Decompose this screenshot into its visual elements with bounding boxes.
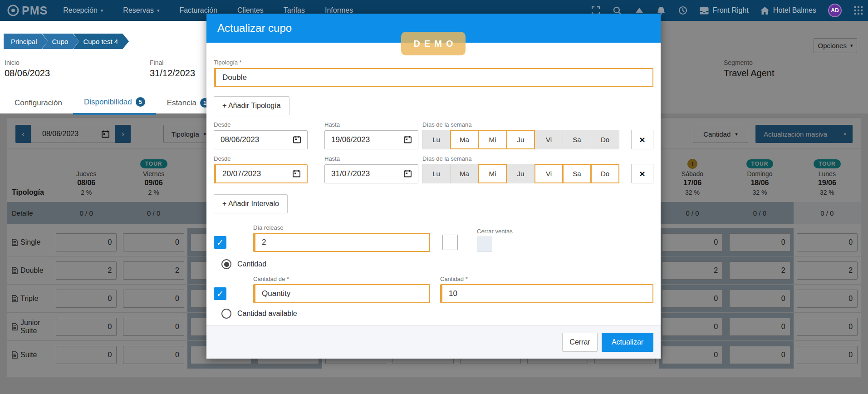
modal-footer: Cerrar Actualizar bbox=[206, 325, 661, 359]
tab-configuración[interactable]: Configuración bbox=[4, 94, 73, 115]
inicio-field: Inicio 08/06/2023 bbox=[5, 59, 50, 79]
tab-bar: ConfiguraciónDisponibilidad5Estancia1 bbox=[4, 94, 221, 115]
unchecked-checkbox[interactable] bbox=[442, 235, 458, 250]
pms-logo-text: PMS bbox=[22, 4, 48, 17]
cerrar-button[interactable]: Cerrar bbox=[562, 333, 598, 352]
hasta-label: Hasta bbox=[324, 155, 418, 162]
dia-release-value: 2 bbox=[262, 238, 266, 247]
cantidad-radio-row[interactable]: Cantidad bbox=[221, 259, 653, 269]
nav-item-reservas[interactable]: Reservas▾ bbox=[123, 6, 159, 15]
tipologia-input-value: Double bbox=[222, 73, 247, 82]
add-intervalo-button[interactable]: + Añadir Intervalo bbox=[214, 194, 288, 213]
tray-icon bbox=[700, 7, 709, 15]
user-avatar[interactable]: AD bbox=[828, 4, 842, 17]
desde-label: Desde bbox=[214, 121, 308, 128]
calendar-icon bbox=[293, 136, 301, 143]
hasta-label: Hasta bbox=[324, 121, 418, 128]
cantidad-de-label: Cantidad de * bbox=[253, 276, 430, 282]
cantidad-input[interactable]: 10 bbox=[440, 284, 653, 303]
weekday-toggle-group: LuMaMiJuViSaDo bbox=[422, 130, 619, 149]
hotel-label: Hotel Balmes bbox=[773, 6, 816, 15]
interval-row: 08/06/202319/06/2023LuMaMiJuViSaDo× bbox=[214, 130, 653, 149]
actualizar-button[interactable]: Actualizar bbox=[602, 333, 653, 352]
actualizar-cupo-modal: Actualizar cupo DEMO Tipología * Double … bbox=[206, 14, 661, 359]
cantidad-radio-label: Cantidad bbox=[237, 260, 266, 268]
desde-date-input[interactable]: 08/06/2023 bbox=[214, 130, 308, 149]
remove-interval-button[interactable]: × bbox=[631, 164, 653, 183]
weekday-toggle-vi[interactable]: Vi bbox=[535, 130, 563, 149]
calendar-icon bbox=[404, 136, 412, 143]
cantidad-row: ✓ Cantidad de * Quantity Cantidad * 10 bbox=[214, 276, 653, 303]
remove-interval-button[interactable]: × bbox=[631, 130, 653, 149]
cantidad-de-field: Cantidad de * Quantity bbox=[253, 276, 430, 303]
cantidad-field: Cantidad * 10 bbox=[440, 276, 653, 303]
breadcrumb-item[interactable]: Principal bbox=[4, 34, 48, 49]
cerrar-ventas-label: Cerrar ventas bbox=[477, 228, 513, 235]
apps-grid-icon[interactable] bbox=[853, 5, 863, 15]
nav-item-recepción[interactable]: Recepción▾ bbox=[63, 6, 103, 15]
weekday-toggle-sa[interactable]: Sa bbox=[563, 164, 591, 183]
cantidad-checkbox[interactable]: ✓ bbox=[214, 287, 226, 300]
workstation-chip[interactable]: Front Right bbox=[700, 6, 749, 15]
dia-release-checkbox[interactable]: ✓ bbox=[214, 236, 226, 249]
history-icon[interactable] bbox=[678, 5, 688, 15]
tab-label: Disponibilidad bbox=[84, 98, 132, 107]
inicio-label: Inicio bbox=[5, 59, 50, 66]
nav-item-label: Recepción bbox=[63, 6, 98, 15]
weekday-toggle-ju[interactable]: Ju bbox=[506, 164, 535, 183]
hasta-date-input[interactable]: 19/06/2023 bbox=[324, 130, 418, 149]
tab-disponibilidad[interactable]: Disponibilidad5 bbox=[73, 94, 156, 115]
inicio-value: 08/06/2023 bbox=[5, 68, 50, 79]
pms-logo-icon bbox=[7, 5, 19, 16]
weekday-toggle-mi[interactable]: Mi bbox=[478, 164, 507, 183]
interval-labels: DesdeHastaDías de la semana bbox=[214, 121, 653, 128]
cerrar-ventas-checkbox[interactable] bbox=[477, 236, 492, 252]
desde-date-input[interactable]: 20/07/2023 bbox=[214, 164, 308, 183]
weekday-toggle-ma[interactable]: Ma bbox=[450, 130, 479, 149]
weekday-toggle-group: LuMaMiJuViSaDo bbox=[422, 164, 619, 183]
cantidad-de-value: Quantity bbox=[262, 289, 290, 298]
cantidad-de-input[interactable]: Quantity bbox=[253, 284, 430, 303]
breadcrumb-item[interactable]: Cupo test 4 bbox=[73, 34, 129, 49]
cantidad-label: Cantidad * bbox=[440, 276, 653, 282]
pms-logo[interactable]: PMS bbox=[7, 4, 48, 17]
add-tipologia-button[interactable]: + Añadir Tipología bbox=[214, 96, 289, 115]
weekday-toggle-do[interactable]: Do bbox=[591, 164, 619, 183]
hotel-chip[interactable]: Hotel Balmes bbox=[760, 6, 816, 15]
weekday-toggle-sa[interactable]: Sa bbox=[563, 130, 591, 149]
tipologia-input[interactable]: Double bbox=[214, 68, 653, 87]
final-field: Final 31/12/2023 bbox=[150, 59, 195, 79]
tab-label: Estancia bbox=[167, 98, 196, 108]
hasta-date-value: 31/07/2023 bbox=[331, 169, 370, 178]
hasta-date-input[interactable]: 31/07/2023 bbox=[324, 164, 418, 183]
tipologia-field: Tipología * Double bbox=[214, 59, 653, 87]
weekday-toggle-ma[interactable]: Ma bbox=[450, 164, 479, 183]
desde-date-value: 20/07/2023 bbox=[222, 169, 261, 178]
weekday-toggle-do[interactable]: Do bbox=[591, 130, 619, 149]
dias-semana-label: Días de la semana bbox=[422, 155, 653, 162]
cantidad-available-radio-label: Cantidad available bbox=[237, 310, 297, 318]
tab-label: Configuración bbox=[15, 98, 62, 108]
modal-body: Tipología * Double + Añadir Tipología De… bbox=[206, 59, 661, 319]
final-label: Final bbox=[150, 59, 195, 66]
weekday-toggle-mi[interactable]: Mi bbox=[478, 130, 507, 149]
weekday-toggle-lu[interactable]: Lu bbox=[422, 164, 451, 183]
screen: PMS Recepción▾Reservas▾FacturaciónClient… bbox=[0, 0, 868, 394]
dia-release-input[interactable]: 2 bbox=[253, 233, 430, 252]
dias-semana-label: Días de la semana bbox=[422, 121, 653, 128]
workstation-label: Front Right bbox=[713, 6, 749, 15]
weekday-toggle-vi[interactable]: Vi bbox=[535, 164, 563, 183]
dia-release-row: ✓ Día release 2 Cerrar ventas bbox=[214, 224, 653, 252]
cantidad-radio[interactable] bbox=[221, 259, 231, 269]
cantidad-available-radio-row[interactable]: Cantidad available bbox=[221, 309, 653, 319]
nav-item-label: Reservas bbox=[123, 6, 154, 15]
demo-watermark: DEMO bbox=[401, 32, 466, 55]
weekday-toggle-lu[interactable]: Lu bbox=[422, 130, 451, 149]
hasta-date-value: 19/06/2023 bbox=[331, 135, 370, 144]
chevron-down-icon: ▾ bbox=[101, 8, 103, 14]
desde-label: Desde bbox=[214, 155, 308, 162]
interval-block: DesdeHastaDías de la semana08/06/202319/… bbox=[214, 121, 653, 149]
weekday-toggle-ju[interactable]: Ju bbox=[506, 130, 535, 149]
tipologia-field-label: Tipología * bbox=[214, 59, 653, 66]
cantidad-available-radio[interactable] bbox=[221, 309, 231, 319]
